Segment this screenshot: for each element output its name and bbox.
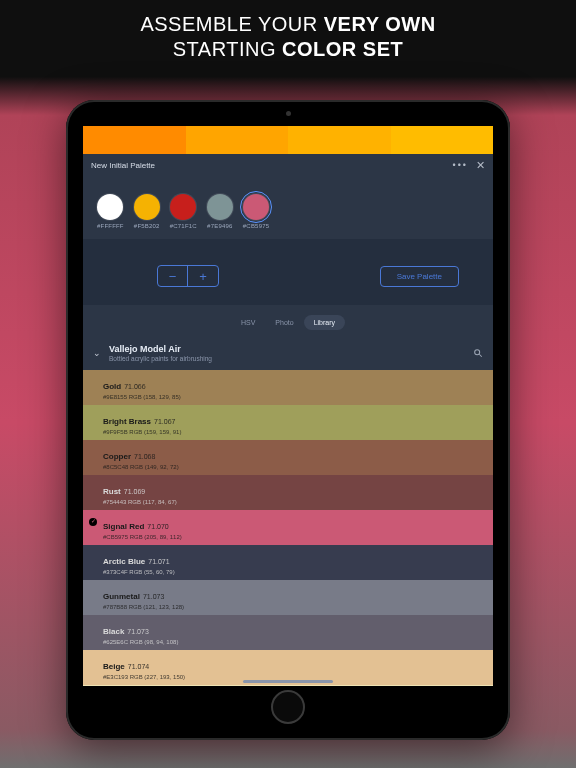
paint-code: 71.066 <box>124 383 145 390</box>
library-header[interactable]: ⌄ Vallejo Model Air Bottled acrylic pain… <box>83 338 493 370</box>
color-dot[interactable] <box>97 194 123 220</box>
app-screen: New Initial Palette ••• ✕ #FFFFFF#F5B202… <box>83 126 493 686</box>
headline-text: ASSEMBLE YOUR <box>140 13 323 35</box>
paint-row[interactable]: Gunmetal71.073#787B88 RGB (121, 123, 128… <box>83 580 493 615</box>
palette-color[interactable]: #FFFFFF <box>97 194 124 229</box>
paint-sub: #CB5975 RGB (205, 89, 112) <box>103 534 483 540</box>
search-icon[interactable] <box>473 344 483 362</box>
library-title-block: Vallejo Model Air Bottled acrylic paints… <box>109 344 212 362</box>
paint-code: 71.070 <box>147 523 168 530</box>
paint-name: Gold <box>103 382 121 391</box>
paint-name: Copper <box>103 452 131 461</box>
paint-code: 71.074 <box>128 663 149 670</box>
color-hex-label: #CB5975 <box>243 223 269 229</box>
close-icon[interactable]: ✕ <box>476 159 485 172</box>
headline-bold: COLOR SET <box>282 38 403 60</box>
headline-text: STARTING <box>173 38 282 60</box>
paint-name: Arctic Blue <box>103 557 145 566</box>
paint-sub: #8C5C48 RGB (149, 92, 72) <box>103 464 483 470</box>
paint-name: Signal Red <box>103 522 144 531</box>
color-hex-label: #7E9496 <box>207 223 232 229</box>
color-dot[interactable] <box>134 194 160 220</box>
paint-row[interactable]: Gold71.066#9E8155 RGB (158, 129, 85) <box>83 370 493 405</box>
tab-library[interactable]: Library <box>304 315 345 330</box>
tabs: HSV Photo Library <box>83 305 493 338</box>
palette-color[interactable]: #CB5975 <box>243 194 269 229</box>
paint-sub: #373C4F RGB (55, 60, 79) <box>103 569 483 575</box>
paint-sub: #9F9F5B RGB (159, 159, 91) <box>103 429 483 435</box>
paint-name: Rust <box>103 487 121 496</box>
palette-color[interactable]: #C71F1C <box>170 194 197 229</box>
chevron-down-icon: ⌄ <box>93 348 101 358</box>
palette-row: #FFFFFF#F5B202#C71F1C#7E9496#CB5975 <box>83 176 493 239</box>
paint-name: Gunmetal <box>103 592 140 601</box>
paint-name: Black <box>103 627 124 636</box>
tab-photo[interactable]: Photo <box>265 315 303 330</box>
color-dot[interactable] <box>207 194 233 220</box>
swatch-bar <box>83 126 493 154</box>
paint-sub: #9E8155 RGB (158, 129, 85) <box>103 394 483 400</box>
promo-headline: ASSEMBLE YOUR VERY OWN STARTING COLOR SE… <box>0 12 576 62</box>
paint-code: 71.073 <box>143 593 164 600</box>
swatch[interactable] <box>186 126 289 154</box>
svg-line-1 <box>479 354 482 357</box>
paint-name: Bright Brass <box>103 417 151 426</box>
paint-name: Beige <box>103 662 125 671</box>
modal-title: New Initial Palette <box>91 161 453 170</box>
svg-point-0 <box>475 350 480 355</box>
tablet-frame: New Initial Palette ••• ✕ #FFFFFF#F5B202… <box>66 100 510 740</box>
home-button[interactable] <box>271 690 305 724</box>
color-dot[interactable] <box>170 194 196 220</box>
more-icon[interactable]: ••• <box>453 160 468 170</box>
paint-row[interactable]: Bright Brass71.067#9F9F5B RGB (159, 159,… <box>83 405 493 440</box>
library-subtitle: Bottled acrylic paints for airbrushing <box>109 355 212 362</box>
swatch[interactable] <box>83 126 186 154</box>
paint-row[interactable]: Black71.073#625E6C RGB (98, 94, 108) <box>83 615 493 650</box>
bezel <box>66 100 510 126</box>
color-hex-label: #F5B202 <box>134 223 160 229</box>
paint-row[interactable]: Ivory71.075 <box>83 685 493 686</box>
paint-code: 71.069 <box>124 488 145 495</box>
palette-color[interactable]: #7E9496 <box>207 194 233 229</box>
camera-dot <box>286 111 291 116</box>
modal-header: New Initial Palette ••• ✕ <box>83 154 493 176</box>
color-dot[interactable] <box>243 194 269 220</box>
paint-row[interactable]: Signal Red71.070#CB5975 RGB (205, 89, 11… <box>83 510 493 545</box>
paint-sub: #625E6C RGB (98, 94, 108) <box>103 639 483 645</box>
paint-code: 71.073 <box>127 628 148 635</box>
paint-code: 71.067 <box>154 418 175 425</box>
save-palette-button[interactable]: Save Palette <box>380 266 459 287</box>
palette-color[interactable]: #F5B202 <box>134 194 160 229</box>
home-indicator <box>243 680 333 683</box>
minus-button[interactable]: − <box>158 266 188 286</box>
tab-hsv[interactable]: HSV <box>231 315 265 330</box>
paint-sub: #787B88 RGB (121, 123, 128) <box>103 604 483 610</box>
paint-list[interactable]: Gold71.066#9E8155 RGB (158, 129, 85)Brig… <box>83 370 493 686</box>
plus-button[interactable]: + <box>188 266 218 286</box>
paint-code: 71.071 <box>148 558 169 565</box>
controls-bar: − + Save Palette <box>83 239 493 305</box>
headline-bold: VERY OWN <box>324 13 436 35</box>
paint-row[interactable]: Rust71.069#754443 RGB (117, 84, 67) <box>83 475 493 510</box>
library-name: Vallejo Model Air <box>109 344 212 354</box>
paint-row[interactable]: Copper71.068#8C5C48 RGB (149, 92, 72) <box>83 440 493 475</box>
paint-sub: #754443 RGB (117, 84, 67) <box>103 499 483 505</box>
paint-row[interactable]: Arctic Blue71.071#373C4F RGB (55, 60, 79… <box>83 545 493 580</box>
swatch[interactable] <box>288 126 391 154</box>
color-hex-label: #FFFFFF <box>97 223 124 229</box>
swatch[interactable] <box>391 126 494 154</box>
color-hex-label: #C71F1C <box>170 223 197 229</box>
stepper: − + <box>157 265 219 287</box>
paint-code: 71.068 <box>134 453 155 460</box>
